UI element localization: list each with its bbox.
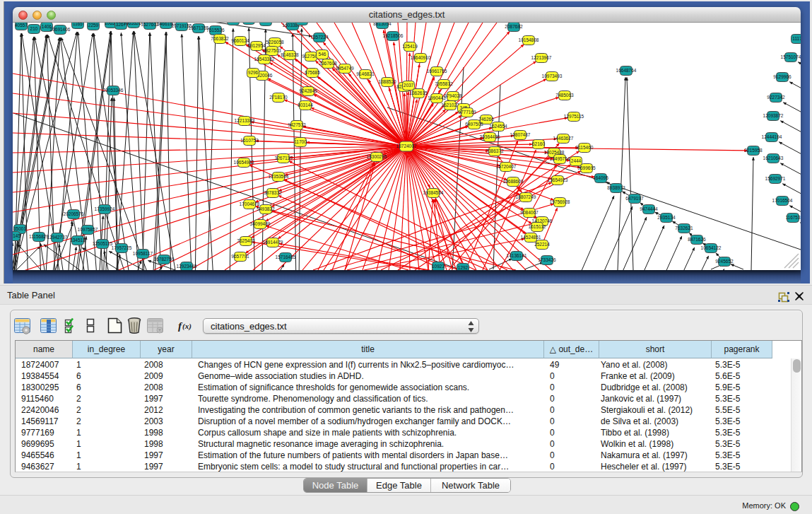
svg-text:546: 546 xyxy=(319,52,326,57)
svg-text:9474444: 9474444 xyxy=(640,206,658,211)
svg-text:9699695: 9699695 xyxy=(577,165,596,170)
svg-text:16648764: 16648764 xyxy=(616,68,637,73)
svg-text:12444194: 12444194 xyxy=(762,134,782,139)
svg-text:16543382: 16543382 xyxy=(254,57,275,62)
svg-text:1733426: 1733426 xyxy=(538,257,556,262)
svg-text:3267110: 3267110 xyxy=(275,156,293,160)
svg-text:12213967: 12213967 xyxy=(531,55,552,60)
svg-text:9827503: 9827503 xyxy=(263,48,281,53)
svg-text:7357224: 7357224 xyxy=(310,35,329,40)
svg-text:13654923: 13654923 xyxy=(548,177,568,182)
svg-text:7515526: 7515526 xyxy=(206,28,225,33)
svg-text:18640910: 18640910 xyxy=(411,55,431,60)
svg-text:9660124: 9660124 xyxy=(231,38,249,43)
svg-text:675685: 675685 xyxy=(305,70,320,75)
svg-text:7955812: 7955812 xyxy=(435,81,453,86)
svg-text:15720407: 15720407 xyxy=(496,164,517,169)
svg-text:1624554: 1624554 xyxy=(489,124,507,129)
svg-text:20364436: 20364436 xyxy=(480,134,500,139)
svg-text:1615112: 1615112 xyxy=(529,224,546,229)
svg-text:13495754: 13495754 xyxy=(550,156,570,161)
svg-text:14463627: 14463627 xyxy=(553,136,574,141)
svg-text:252214: 252214 xyxy=(534,242,550,247)
svg-text:9115460: 9115460 xyxy=(576,145,594,150)
svg-text:18300295: 18300295 xyxy=(367,154,387,159)
svg-text:62160: 62160 xyxy=(532,141,545,146)
svg-text:2444: 2444 xyxy=(571,158,582,163)
svg-text:746266: 746266 xyxy=(478,117,494,122)
svg-text:8912954: 8912954 xyxy=(247,43,266,48)
svg-text:9242845: 9242845 xyxy=(299,88,317,93)
svg-text:1527602: 1527602 xyxy=(141,23,159,27)
svg-text:20691406: 20691406 xyxy=(50,27,71,32)
svg-text:19218506: 19218506 xyxy=(383,33,404,38)
svg-text:10958117: 10958117 xyxy=(133,251,153,256)
svg-text:9227342: 9227342 xyxy=(767,95,785,100)
svg-text:10923: 10923 xyxy=(432,264,445,269)
svg-text:9657791: 9657791 xyxy=(231,254,249,259)
svg-text:16961755: 16961755 xyxy=(427,69,447,74)
svg-text:2037: 2037 xyxy=(404,83,414,88)
svg-text:11156829: 11156829 xyxy=(29,234,49,239)
svg-text:2718170: 2718170 xyxy=(269,95,288,100)
svg-text:7632621: 7632621 xyxy=(675,226,693,230)
svg-text:12975115: 12975115 xyxy=(564,114,584,119)
svg-text:10973493: 10973493 xyxy=(542,74,563,78)
svg-text:1388520: 1388520 xyxy=(378,79,396,84)
svg-text:803144: 803144 xyxy=(298,103,313,107)
svg-text:1292: 1292 xyxy=(458,265,469,270)
svg-text:8146328: 8146328 xyxy=(281,52,299,57)
svg-text:12213383: 12213383 xyxy=(235,118,255,123)
svg-text:16914479: 16914479 xyxy=(263,240,283,245)
svg-text:3878332: 3878332 xyxy=(264,190,282,195)
svg-text:5226058: 5226058 xyxy=(266,40,284,45)
svg-text:1990443: 1990443 xyxy=(428,95,446,100)
svg-text:2367608: 2367608 xyxy=(319,61,337,66)
svg-text:19756928: 19756928 xyxy=(550,199,570,204)
svg-text:12942737: 12942737 xyxy=(47,235,68,240)
svg-text:10654122: 10654122 xyxy=(701,245,722,250)
svg-text:40557: 40557 xyxy=(15,23,28,28)
svg-text:9777169: 9777169 xyxy=(458,110,476,115)
svg-text:10154808: 10154808 xyxy=(519,37,539,42)
svg-text:134513: 134513 xyxy=(70,238,86,243)
svg-text:7386372: 7386372 xyxy=(486,148,504,153)
svg-text:39145: 39145 xyxy=(13,233,20,238)
svg-text:14136141: 14136141 xyxy=(507,253,527,258)
svg-text:6351: 6351 xyxy=(261,23,271,23)
svg-text:10688609: 10688609 xyxy=(503,179,524,184)
svg-text:7625402: 7625402 xyxy=(237,238,255,243)
svg-text:6794028: 6794028 xyxy=(444,93,462,98)
svg-text:11700: 11700 xyxy=(294,139,307,144)
svg-text:2935134: 2935134 xyxy=(657,215,676,220)
svg-text:1610753: 1610753 xyxy=(240,138,259,143)
svg-text:2087682: 2087682 xyxy=(505,24,523,29)
svg-text:17004678: 17004678 xyxy=(240,201,260,206)
svg-text:18807249: 18807249 xyxy=(516,194,536,199)
svg-text:9296: 9296 xyxy=(248,70,259,75)
svg-text:7663822: 7663822 xyxy=(211,36,229,41)
svg-text:9245652: 9245652 xyxy=(715,259,734,264)
svg-text:210: 210 xyxy=(30,26,38,31)
svg-text:15751074: 15751074 xyxy=(781,54,801,59)
svg-text:10807487: 10807487 xyxy=(510,132,531,137)
svg-text:19384554: 19384554 xyxy=(423,190,444,195)
svg-text:17957225: 17957225 xyxy=(112,245,132,250)
svg-text:(x): (x) xyxy=(182,322,192,331)
svg-text:8454749: 8454749 xyxy=(336,66,354,71)
svg-text:17016504: 17016504 xyxy=(772,198,793,203)
svg-text:1117: 1117 xyxy=(792,36,801,41)
svg-text:12093872: 12093872 xyxy=(763,113,784,118)
svg-text:15716485: 15716485 xyxy=(276,255,296,259)
svg-text:8471626: 8471626 xyxy=(688,237,706,242)
svg-text:2259: 2259 xyxy=(88,23,99,28)
svg-text:6479197: 6479197 xyxy=(625,196,644,201)
svg-text:1621022: 1621022 xyxy=(441,103,459,107)
svg-text:35001: 35001 xyxy=(13,226,26,231)
svg-text:1362615: 1362615 xyxy=(409,90,428,95)
svg-text:20206576: 20206576 xyxy=(64,211,84,216)
svg-text:9084067: 9084067 xyxy=(520,210,539,215)
svg-text:14524851: 14524851 xyxy=(521,235,541,240)
svg-text:8813054: 8813054 xyxy=(373,23,392,26)
svg-text:164095: 164095 xyxy=(593,175,608,180)
